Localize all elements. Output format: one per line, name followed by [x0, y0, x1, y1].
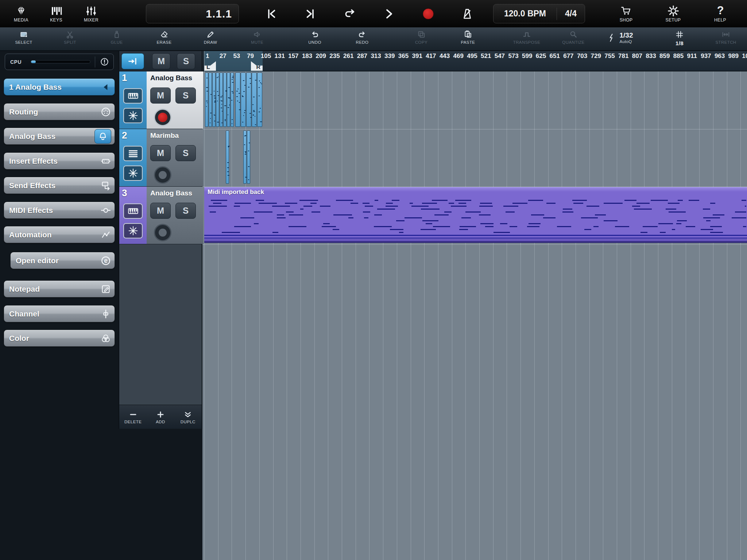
track-panel[interactable]: Analog BassMS — [147, 187, 203, 244]
tool-quantize[interactable]: QUANTIZE — [562, 30, 584, 44]
monitor-button[interactable] — [154, 224, 171, 241]
instrument-icon-button[interactable] — [123, 203, 143, 219]
midi-clip[interactable] — [227, 73, 230, 127]
instrument-icon-button[interactable] — [123, 88, 143, 104]
midi-clip[interactable] — [209, 73, 212, 127]
tool-draw[interactable]: DRAW — [204, 30, 217, 44]
midi-clip[interactable] — [216, 73, 219, 127]
midi-clip[interactable] — [235, 73, 240, 127]
inspector-insert-effects[interactable]: Insert Effects — [4, 152, 115, 170]
midi-clip[interactable] — [231, 73, 234, 127]
midi-clip[interactable] — [205, 73, 208, 127]
midi-clip[interactable] — [252, 73, 257, 127]
skip-start-button[interactable] — [252, 0, 291, 27]
track-panel[interactable]: Analog BassMS — [147, 71, 203, 129]
grid-line — [699, 71, 700, 560]
record-button[interactable] — [409, 0, 448, 27]
tool-transpose[interactable]: TRANSPOSE — [513, 30, 541, 44]
arrange-area[interactable]: 1275379105131157183209235261287313339365… — [202, 51, 747, 560]
nav-shop-button[interactable]: SHOP — [603, 0, 650, 27]
midi-note-dash — [479, 214, 491, 215]
tool-copy[interactable]: COPY — [415, 30, 427, 44]
midi-clip[interactable] — [246, 73, 251, 127]
cycle-button[interactable] — [330, 0, 369, 27]
midi-note-dash — [426, 223, 432, 224]
tool-glue[interactable]: GLUE — [111, 30, 123, 44]
inspector-color[interactable]: Color — [4, 330, 115, 347]
record-arm-button[interactable] — [154, 109, 171, 126]
nav-help-button[interactable]: ?HELP — [697, 0, 744, 27]
track-delete-button[interactable]: DELETE — [119, 405, 147, 429]
midi-clip[interactable] — [257, 73, 262, 127]
master-mute-button[interactable]: M — [152, 53, 170, 69]
warning-icon[interactable] — [98, 57, 111, 67]
midi-clip[interactable] — [226, 131, 229, 184]
monitor-button[interactable] — [154, 166, 171, 184]
freeze-button[interactable] — [123, 108, 143, 123]
tool-stretch[interactable]: STRETCH — [715, 30, 736, 44]
nav-setup-button[interactable]: SETUP — [650, 0, 697, 27]
midi-note-dash — [363, 211, 370, 213]
nav-mixer-button[interactable]: MIXER — [74, 0, 109, 27]
grid-line — [534, 71, 535, 560]
play-button[interactable] — [369, 0, 409, 27]
tool-mute[interactable]: MUTE — [251, 30, 263, 44]
tempo-signature-display[interactable]: 120.0 BPM 4/4 — [493, 4, 585, 23]
tool-1-8[interactable]: 1/8 — [675, 30, 684, 46]
track-color-cell[interactable]: 1 — [119, 71, 147, 129]
tool-redo[interactable]: REDO — [356, 30, 369, 44]
track-mute-button[interactable]: M — [150, 203, 171, 219]
skip-end-button[interactable] — [291, 0, 330, 27]
tool-undo[interactable]: UNDO — [308, 30, 321, 44]
inspector-midi-effects[interactable]: MIDI Effects — [4, 202, 115, 219]
inspector-1-analog-bass[interactable]: 1 Analog Bass — [4, 78, 115, 96]
tool-erase[interactable]: ERASE — [157, 30, 172, 44]
nav-media-button[interactable]: MEDIA — [4, 0, 39, 27]
midi-note-tick — [228, 146, 230, 147]
midi-note-dash — [363, 203, 369, 204]
midi-region[interactable]: Midi imported back — [204, 187, 747, 243]
inspector-analog-bass[interactable]: Analog Bass — [4, 128, 115, 145]
footer-button-label: ADD — [156, 420, 165, 424]
tool-1-32[interactable]: 1/32AutoQ — [607, 32, 633, 44]
track-solo-button[interactable]: S — [175, 88, 196, 104]
track-solo-button[interactable]: S — [175, 203, 196, 219]
mute-label: M — [157, 90, 164, 101]
tool-split[interactable]: SPLIT — [64, 30, 76, 44]
inspector-channel[interactable]: Channel — [4, 305, 115, 322]
track-mute-button[interactable]: M — [150, 145, 171, 161]
time-position-display[interactable]: 1.1.1 — [146, 4, 239, 23]
midi-clip[interactable] — [241, 73, 246, 127]
freeze-button[interactable] — [123, 223, 143, 238]
inspector-notepad[interactable]: Notepad — [4, 280, 115, 298]
inspector-routing[interactable]: Routing — [4, 103, 115, 120]
timeline-ruler[interactable]: 1275379105131157183209235261287313339365… — [202, 51, 747, 71]
inspector-send-effects[interactable]: Send Effects — [4, 177, 115, 194]
track-solo-button[interactable]: S — [175, 145, 196, 161]
track-panel[interactable]: MarimbaMS — [147, 129, 203, 186]
autoscroll-button[interactable] — [121, 53, 144, 69]
midi-note-tick — [227, 171, 229, 172]
nav-keys-button[interactable]: KEYS — [39, 0, 74, 27]
track-lanes[interactable]: Midi imported back — [202, 71, 747, 560]
midi-clip[interactable] — [220, 73, 223, 127]
track-color-cell[interactable]: 2 — [119, 129, 147, 186]
inspector-automation[interactable]: Automation — [4, 226, 115, 243]
instrument-icon-button[interactable] — [123, 146, 143, 161]
midi-clip[interactable] — [212, 73, 216, 127]
track-add-button[interactable]: ADD — [147, 405, 174, 429]
midi-clip[interactable] — [247, 131, 250, 184]
track-color-cell[interactable]: 3 — [119, 187, 147, 244]
grid-line — [672, 71, 672, 560]
inspector-open-editor[interactable]: Open editore — [10, 252, 115, 269]
tool-select[interactable]: SELECT — [15, 30, 32, 44]
track-duplc-button[interactable]: DUPLC — [174, 405, 202, 429]
master-solo-button[interactable]: S — [177, 53, 195, 69]
midi-clip[interactable] — [243, 131, 247, 184]
midi-clip[interactable] — [223, 73, 227, 127]
freeze-button[interactable] — [123, 166, 143, 181]
track-mute-button[interactable]: M — [150, 88, 171, 104]
ruler-bar-label: 703 — [577, 52, 587, 60]
metronome-button[interactable] — [448, 0, 487, 27]
tool-paste[interactable]: PASTE — [461, 30, 475, 44]
